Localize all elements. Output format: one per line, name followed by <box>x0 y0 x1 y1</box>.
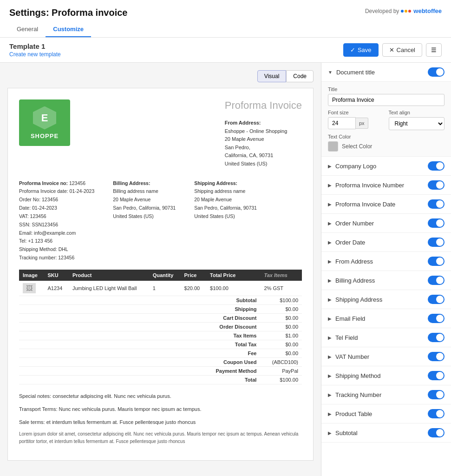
code-toggle-btn[interactable]: Code <box>286 70 314 82</box>
product-image: 🖼 <box>23 283 36 293</box>
section-proforma-invoice-number: ▶ Proforma Invoice Number <box>321 176 451 195</box>
text-align-group: Text align Left Center Right <box>389 110 445 130</box>
section-from-address-label: From Address <box>335 258 373 265</box>
doc-title-toggle[interactable] <box>428 67 444 77</box>
section-document-title-header[interactable]: ▼ Document title <box>321 63 451 81</box>
col-sku: SKU <box>44 270 68 281</box>
settings-pane: ▼ Document title Title Font size px <box>321 63 451 476</box>
section-product-table-label: Product Table <box>335 410 372 417</box>
tab-customize[interactable]: Customize <box>46 22 91 37</box>
section-shipping-address-toggle[interactable] <box>428 295 444 304</box>
summary-cart-discount: Cart Discount$0.00 <box>19 314 302 323</box>
section-order-date-header[interactable]: ▶ Order Date <box>321 233 451 251</box>
toolbar-right: ✓ Save ✕ Cancel ☰ <box>343 43 442 57</box>
save-button[interactable]: ✓ Save <box>343 43 379 57</box>
section-company-logo-header[interactable]: ▶ Company Logo <box>321 157 451 175</box>
section-email-field-toggle[interactable] <box>428 314 444 323</box>
chevron-right-icon: ▶ <box>328 430 332 436</box>
section-document-title: ▼ Document title Title Font size px <box>321 63 451 157</box>
section-shipping-method-toggle[interactable] <box>428 371 444 380</box>
cancel-button[interactable]: ✕ Cancel <box>382 43 422 57</box>
summary-total-tax: Total Tax$0.00 <box>19 340 302 349</box>
chevron-right-icon: ▶ <box>328 354 332 359</box>
section-label: Document title <box>336 69 375 76</box>
section-tel-field-toggle[interactable] <box>428 333 444 342</box>
template-name: Template 1 <box>9 42 61 50</box>
section-billing-address-header[interactable]: ▶ Billing Address <box>321 271 451 290</box>
view-toggle: Visual Code <box>7 70 314 82</box>
section-order-date-label: Order Date <box>335 239 365 246</box>
visual-toggle-btn[interactable]: Visual <box>257 70 286 82</box>
section-from-address-header[interactable]: ▶ From Address <box>321 252 451 271</box>
footer-text: Lorem ipsum dolor sit amet, consectetur … <box>19 430 302 445</box>
chevron-right-icon: ▶ <box>328 316 332 321</box>
section-vat-number-header[interactable]: ▶ VAT Number <box>321 347 451 366</box>
col-product: Product <box>69 270 149 281</box>
create-new-template-link[interactable]: Create new template <box>9 51 61 58</box>
section-billing-address-toggle[interactable] <box>428 276 444 285</box>
section-shipping-address: ▶ Shipping Address <box>321 290 451 309</box>
section-proforma-invoice-date: ▶ Proforma Invoice Date <box>321 195 451 214</box>
summary-coupon: Coupon Used(ABCD100) <box>19 358 302 367</box>
section-proforma-invoice-number-header[interactable]: ▶ Proforma Invoice Number <box>321 176 451 194</box>
billing-block: Billing Address: Billing address name 20… <box>113 179 176 262</box>
settings-sections: ▶ Company Logo ▶ Proforma Invoice Number… <box>321 157 451 443</box>
summary-total: Total$100.00 <box>19 376 302 384</box>
chevron-right-icon: ▶ <box>328 240 332 245</box>
section-subtotal-header[interactable]: ▶ Subtotal <box>321 423 451 442</box>
section-shipping-address-header[interactable]: ▶ Shipping Address <box>321 290 451 309</box>
x-icon: ✕ <box>389 46 394 53</box>
col-image: Image <box>19 270 44 281</box>
section-company-logo: ▶ Company Logo <box>321 157 451 176</box>
section-proforma-invoice-number-label: Proforma Invoice Number <box>335 182 404 189</box>
section-order-date-toggle[interactable] <box>428 238 444 247</box>
dev-credit: Developed by webtoffee <box>365 7 442 14</box>
section-order-number-header[interactable]: ▶ Order Number <box>321 214 451 232</box>
main-layout: Visual Code E SHOPPE Proforma Invoice Fr… <box>0 63 451 476</box>
section-vat-number-toggle[interactable] <box>428 352 444 361</box>
color-box[interactable] <box>328 141 338 152</box>
section-company-logo-toggle[interactable] <box>428 161 444 171</box>
menu-button[interactable]: ☰ <box>426 43 442 57</box>
chevron-right-icon: ▶ <box>328 373 332 378</box>
section-from-address: ▶ From Address <box>321 252 451 271</box>
section-order-number-toggle[interactable] <box>428 218 444 228</box>
tabs: General Customize <box>9 22 442 37</box>
section-proforma-invoice-date-label: Proforma Invoice Date <box>335 201 395 208</box>
section-email-field-header[interactable]: ▶ Email Field <box>321 309 451 328</box>
section-company-logo-label: Company Logo <box>335 163 376 170</box>
page-header: Settings: Proforma invoice Developed by … <box>0 0 451 38</box>
font-size-input[interactable] <box>328 117 356 129</box>
select-color-label[interactable]: Select Color <box>342 143 372 150</box>
section-product-table-header[interactable]: ▶ Product Table <box>321 404 451 423</box>
tab-general[interactable]: General <box>9 22 46 37</box>
section-order-date: ▶ Order Date <box>321 233 451 252</box>
table-row: 🖼 A1234 Jumbing LED Light Wall Ball 1 $2… <box>19 281 302 296</box>
logo-hex: E <box>33 106 56 130</box>
section-proforma-invoice-date-toggle[interactable] <box>428 199 444 209</box>
color-row: Text Color Select Color <box>328 134 444 152</box>
section-proforma-invoice-number-toggle[interactable] <box>428 180 444 190</box>
section-email-field-label: Email Field <box>335 315 365 322</box>
preview-pane: Visual Code E SHOPPE Proforma Invoice Fr… <box>0 63 321 476</box>
section-tracking-number-header[interactable]: ▶ Tracking Number <box>321 385 451 404</box>
chevron-right-icon: ▶ <box>328 335 332 340</box>
product-table: Image SKU Product Quantity Price Total P… <box>19 270 302 384</box>
chevron-right-icon: ▶ <box>328 278 332 283</box>
section-proforma-invoice-date-header[interactable]: ▶ Proforma Invoice Date <box>321 195 451 213</box>
col-tax: Tax Items <box>260 270 302 281</box>
invoice-header: E SHOPPE Proforma Invoice From Address: … <box>19 99 302 168</box>
summary-tax-items: Tax Items$1.00 <box>19 331 302 340</box>
section-shipping-method-header[interactable]: ▶ Shipping Method <box>321 366 451 385</box>
dot-blue <box>401 10 404 13</box>
title-input[interactable] <box>328 94 444 106</box>
section-tracking-number-toggle[interactable] <box>428 390 444 399</box>
section-tracking-number-label: Tracking Number <box>335 391 381 398</box>
section-shipping-method-label: Shipping Method <box>335 372 381 379</box>
section-subtotal-toggle[interactable] <box>428 428 444 437</box>
text-align-select[interactable]: Left Center Right <box>389 117 445 130</box>
section-product-table-toggle[interactable] <box>428 409 444 418</box>
doc-title-body: Title Font size px Text align Left <box>321 81 451 156</box>
section-from-address-toggle[interactable] <box>428 257 444 266</box>
section-tel-field-header[interactable]: ▶ Tel Field <box>321 328 451 347</box>
